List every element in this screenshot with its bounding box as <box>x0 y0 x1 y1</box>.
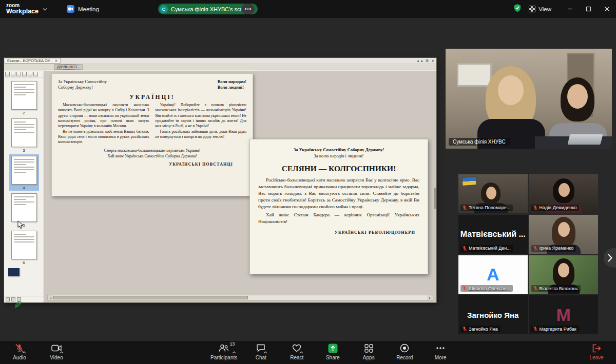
leave-icon <box>592 344 601 353</box>
close-pane-icon[interactable]: ✕ <box>431 59 434 63</box>
react-options-chevron[interactable] <box>299 347 303 356</box>
leaflet-seliany-kolhospnyky: За Українську Самостійну Соборну Державу… <box>249 139 428 274</box>
thumbnails-panel-tab[interactable]: Ескизи - БОРОТЬБА ОУ... ✕ <box>5 58 61 64</box>
pencil-icon: ✎ <box>11 300 23 309</box>
participant-name-label: Матвієвський Ден... <box>460 245 513 252</box>
muted-mic-icon <box>462 205 467 211</box>
participant-name-label: Ірина Яременко <box>531 245 576 252</box>
viewer-window-controls: ◂ ▸ ⊞ ✕ <box>417 59 434 63</box>
window-maximize-button[interactable] <box>579 0 598 18</box>
leaflet1-column-2: Українці! Поборюйте з повною рішучістю м… <box>156 103 247 145</box>
chat-button[interactable]: Chat <box>248 342 273 360</box>
view-mode-icon-2[interactable] <box>11 72 15 76</box>
panel-close-icon[interactable]: ✕ <box>55 59 58 63</box>
view-mode-icon-5[interactable] <box>28 72 32 76</box>
react-button[interactable]: React <box>284 342 309 360</box>
video-button[interactable]: Video <box>44 342 69 360</box>
vertical-scrollbar-thumb[interactable] <box>434 188 436 209</box>
thumbnail-list: 2 3 4 5 6 <box>4 77 44 296</box>
participants-grid: Тетяна Пономаре... Надія Демиденко Матві… <box>458 174 598 334</box>
leaflet1-slogan-left: За Українську Самостійну Соборну Державу… <box>58 79 107 90</box>
meeting-icon <box>67 5 74 13</box>
view-button-label: View <box>538 6 551 12</box>
participant-tile[interactable]: А Шишова Олексан... <box>458 255 528 294</box>
chat-options-chevron[interactable] <box>263 347 267 356</box>
participants-options-chevron[interactable] <box>232 347 236 356</box>
leaflet1-signature: УКРАЇНСЬКІ ПОВСТАНЦІ <box>58 162 246 167</box>
scroll-left-icon[interactable]: ◂ <box>417 59 419 63</box>
tab-meeting[interactable]: Meeting <box>67 5 99 13</box>
shared-screen-document-viewer: Ескизи - БОРОТЬБА ОУ... ✕ ◂ ▸ ⊞ ✕ ДІЯЛЬН… <box>4 58 436 302</box>
participant-tile[interactable]: М Маргарита Рибак <box>529 295 599 334</box>
participant-tile[interactable]: Загнойко Яна Загнойко Яна <box>458 295 528 334</box>
muted-mic-icon <box>533 286 538 291</box>
muted-mic-icon <box>462 246 467 251</box>
record-button[interactable]: Record <box>392 342 417 360</box>
page-number: 4 <box>23 186 25 190</box>
titlebar: zoom Workplace Meeting С Сумська філія Х… <box>0 0 616 18</box>
page-thumbnail[interactable]: 5 <box>9 192 39 228</box>
leaflet2-body: Російсько-большевицькі кати насильно зап… <box>258 177 419 225</box>
leave-button[interactable]: Leave <box>584 342 609 360</box>
view-mode-icon-3[interactable] <box>16 72 21 76</box>
more-dots-icon <box>436 347 445 350</box>
page-thumbnail-partial[interactable] <box>6 267 22 277</box>
speaker-name-label: Сумська філія ХНУВС <box>449 138 510 146</box>
scroll-right-icon[interactable]: ▸ <box>421 59 424 63</box>
restore-pane-icon[interactable]: ⊞ <box>426 59 429 63</box>
leaflet-ukraintsi: За Українську Самостійну Соборну Державу… <box>51 73 253 196</box>
horizontal-scrollbar[interactable]: ◂ ▸ <box>47 295 433 300</box>
document-tab-strip: ДІЯЛЬНІСТ... <box>4 64 436 70</box>
view-mode-icon-6[interactable] <box>33 72 38 76</box>
document-canvas: За Українську Самостійну Соборну Державу… <box>44 71 436 302</box>
view-button[interactable]: View <box>529 6 551 12</box>
participant-tile[interactable]: Тетяна Пономаре... <box>458 174 528 213</box>
apps-grid-icon <box>364 344 373 353</box>
scrollbar-left-arrow[interactable]: ◂ <box>48 295 53 300</box>
status-icon-1[interactable] <box>6 297 10 301</box>
page-number: 2 <box>23 111 25 115</box>
annotate-pencil-button[interactable]: ✎ <box>11 298 24 311</box>
next-participants-page-button[interactable] <box>604 248 616 268</box>
apps-button[interactable]: Apps <box>356 342 381 360</box>
logo-workplace-text: Workplace <box>6 8 38 15</box>
window-minimize-button[interactable] <box>561 0 579 18</box>
scrollbar-right-arrow[interactable]: ▸ <box>427 295 433 300</box>
participant-name-label: Надія Демиденко <box>531 205 580 211</box>
view-mode-icon-1[interactable] <box>5 72 10 76</box>
participant-tile[interactable]: Матвієвський ... Матвієвський Ден... <box>458 215 528 254</box>
more-button[interactable]: More <box>428 342 453 360</box>
document-tab-label: ДІЯЛЬНІСТ... <box>57 65 80 69</box>
screen-share-label: Сумська філія ХНУВС's screen <box>171 6 252 12</box>
encryption-shield-icon[interactable] <box>513 4 522 14</box>
leaflet2-signature: УКРАЇНСЬКІ РЕВОЛЮЦІОНЕРИ <box>258 230 419 235</box>
participants-button[interactable]: 13 Participants <box>210 342 237 360</box>
participant-tile[interactable]: Віолетта Білоконь <box>529 255 599 294</box>
leaflet2-title: СЕЛЯНИ — КОЛГОСПНИКИ! <box>258 164 419 173</box>
audio-button[interactable]: Audio <box>7 342 32 360</box>
page-thumbnail[interactable]: 3 <box>9 117 39 153</box>
document-tab[interactable]: ДІЯЛЬНІСТ... <box>54 64 83 70</box>
scrollbar-thumb[interactable] <box>53 296 248 299</box>
active-speaker-video[interactable]: Сумська філія ХНУВС <box>446 49 612 149</box>
participant-tile[interactable]: Надія Демиденко <box>529 174 599 213</box>
chevron-right-icon <box>607 254 612 262</box>
leaflet2-slogans: За Українську Самостійну Соборну Державу… <box>258 147 419 159</box>
page-thumbnail[interactable]: 2 <box>9 79 39 116</box>
thumbnails-panel-tab-label: Ескизи - БОРОТЬБА ОУ... <box>7 58 53 63</box>
muted-mic-icon <box>533 246 538 251</box>
video-options-chevron[interactable] <box>60 347 64 356</box>
muted-mic-icon <box>533 205 538 211</box>
logo-chevron-down-icon[interactable] <box>43 7 47 12</box>
page-thumbnail[interactable]: 6 <box>9 229 39 266</box>
screen-share-more-button[interactable] <box>241 4 255 14</box>
audio-options-chevron[interactable] <box>22 347 26 356</box>
window-close-button[interactable] <box>598 0 616 18</box>
view-mode-icon-4[interactable] <box>22 72 27 76</box>
page-thumbnail-selected[interactable]: 4 <box>9 154 39 191</box>
page-number: 5 <box>23 223 25 228</box>
zoom-meeting-window: zoom Workplace Meeting С Сумська філія Х… <box>0 0 616 364</box>
participant-tile[interactable]: Ірина Яременко <box>529 215 599 254</box>
share-button[interactable]: Share <box>320 342 345 360</box>
leaflet1-closing: Смерть московсько-большевицьким окупанта… <box>58 148 246 159</box>
